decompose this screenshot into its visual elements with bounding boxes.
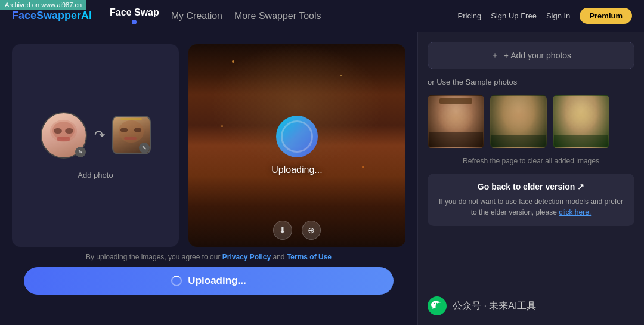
add-photos-plus-icon: ＋ xyxy=(491,50,499,61)
preview-panel: Uploading... ⬇ ⊕ xyxy=(188,44,405,247)
add-photos-label: + Add your photos xyxy=(504,51,571,60)
uploading-text: Uploading... xyxy=(271,165,322,175)
add-photo-label: Add photo xyxy=(78,171,113,179)
refresh-text: Refresh the page to clear all added imag… xyxy=(428,157,634,165)
loading-spinner-icon xyxy=(276,116,318,157)
nav-signup[interactable]: Sign Up Free xyxy=(491,11,537,20)
swap-arrow-icon: ↷ xyxy=(94,128,105,143)
elder-version-title: Go back to elder version ↗ xyxy=(478,182,584,191)
header: FaceSwapperAI Face Swap My Creation More… xyxy=(0,0,644,32)
upload-btn-label: Uploading... xyxy=(188,275,246,287)
nav-right: Pricing Sign Up Free Sign In Premium xyxy=(458,8,632,24)
nav-pricing[interactable]: Pricing xyxy=(458,11,482,20)
nav-tabs: Face Swap My Creation More Swapper Tools xyxy=(110,5,321,27)
target-face-container: ✎ xyxy=(112,116,151,154)
privacy-text: By uploading the images, you agree to ou… xyxy=(86,253,332,261)
add-photos-button[interactable]: ＋ + Add your photos xyxy=(428,42,634,69)
wechat-icon xyxy=(428,296,447,315)
elder-version-box: Go back to elder version ↗ If you do not… xyxy=(428,174,634,226)
privacy-policy-link[interactable]: Privacy Policy xyxy=(222,253,271,261)
wechat-banner: 公众号 · 未来AI工具 xyxy=(428,292,634,315)
face-swap-area: ✎ ↷ ✎ xyxy=(12,44,405,247)
logo: FaceSwapperAI xyxy=(12,10,92,22)
face-icons: ✎ ↷ ✎ xyxy=(41,112,151,159)
source-face-container: ✎ xyxy=(41,112,87,159)
source-face-edit-btn[interactable]: ✎ xyxy=(75,147,86,157)
upload-spinner-icon xyxy=(171,276,182,286)
tab-face-swap[interactable]: Face Swap xyxy=(110,5,159,27)
loading-overlay: Uploading... xyxy=(188,44,405,247)
sample-photos-container xyxy=(428,95,634,148)
bottom-bar: By uploading the images, you agree to ou… xyxy=(12,247,405,295)
elder-version-link[interactable]: click here. xyxy=(559,208,591,216)
sample-photos-label: or Use the Sample photos xyxy=(428,78,634,86)
left-panel: ✎ ↷ ✎ xyxy=(0,32,417,325)
upload-button[interactable]: Uploading... xyxy=(24,267,394,295)
terms-link[interactable]: Terms of Use xyxy=(287,253,332,261)
wechat-text: 公众号 · 未来AI工具 xyxy=(453,300,536,312)
main-layout: ✎ ↷ ✎ xyxy=(0,32,644,325)
nav-signin[interactable]: Sign In xyxy=(546,11,570,20)
tab-my-creation[interactable]: My Creation xyxy=(171,8,222,24)
sample-photo-1[interactable] xyxy=(428,95,484,148)
tab-more-tools[interactable]: More Swapper Tools xyxy=(234,8,321,24)
archive-banner: Archived on www.ai987.cn xyxy=(0,0,86,10)
source-panel: ✎ ↷ ✎ xyxy=(12,44,179,247)
sample-photo-3[interactable] xyxy=(553,95,609,148)
sample-photo-2[interactable] xyxy=(490,95,547,148)
premium-button[interactable]: Premium xyxy=(580,8,632,24)
target-face-edit-btn[interactable]: ✎ xyxy=(139,143,150,153)
right-panel: ＋ + Add your photos or Use the Sample ph… xyxy=(417,32,644,325)
elder-version-desc: If you do not want to use face detection… xyxy=(436,196,626,218)
